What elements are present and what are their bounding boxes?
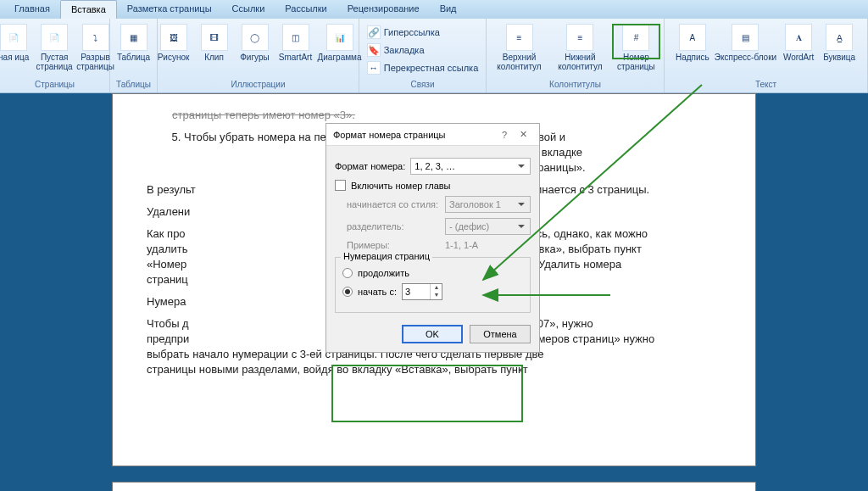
help-icon[interactable]: ? (495, 130, 514, 140)
header-icon: ≡ (506, 24, 533, 51)
cover-page-icon: 📄 (0, 24, 27, 51)
start-at-input[interactable] (403, 284, 430, 299)
dropcap-button[interactable]: A̲Буквица (821, 24, 858, 62)
footer-icon: ≡ (566, 24, 593, 51)
separator-label: разделитель: (347, 221, 440, 232)
blank-page-button[interactable]: 📄Пустая страница (36, 24, 73, 71)
tab-view[interactable]: Вид (430, 0, 467, 19)
shapes-button[interactable]: ◯Фигуры (236, 24, 274, 62)
number-format-select[interactable]: 1, 2, 3, … (410, 158, 531, 175)
continue-radio[interactable] (342, 268, 353, 278)
picture-icon: 🖼 (160, 24, 187, 51)
footer-button[interactable]: ≡Нижний колонтитул (552, 24, 609, 71)
tab-home[interactable]: Главная (4, 0, 60, 19)
group-pages: 📄ная ица 📄Пустая страница ⤵Разрыв страни… (0, 19, 110, 92)
hyperlink-button[interactable]: 🔗Гиперссылка (367, 24, 479, 41)
group-illustrations: 🖼Рисунок 🎞Клип ◯Фигуры ◫SmartArt 📊Диагра… (158, 19, 359, 92)
cover-page-button[interactable]: 📄ная ица (0, 24, 32, 62)
smartart-icon: ◫ (282, 24, 309, 51)
spin-down-icon[interactable]: ▼ (431, 292, 442, 299)
examples-label: Примеры: (347, 240, 440, 250)
include-chapter-checkbox[interactable] (335, 180, 346, 191)
tab-bar: Главная Вставка Разметка страницы Ссылки… (0, 0, 868, 19)
clip-icon: 🎞 (201, 24, 228, 51)
close-icon[interactable]: ✕ (514, 129, 532, 140)
separator-select: - (дефис) (445, 218, 531, 235)
fieldset-legend: Нумерация страниц (341, 251, 432, 261)
page-number-button[interactable]: #Номер страницы (612, 24, 660, 71)
page-number-icon: # (622, 24, 649, 51)
group-label-pages: Страницы (3, 79, 106, 91)
tab-mail[interactable]: Рассылки (275, 0, 337, 19)
chart-icon: 📊 (326, 24, 353, 51)
crossref-button[interactable]: ↔Перекрестная ссылка (367, 59, 479, 76)
page-break-button[interactable]: ⤵Разрыв страницы (76, 24, 114, 71)
hyperlink-icon: 🔗 (367, 25, 381, 39)
start-at-label: начать с: (358, 287, 397, 297)
textbox-button[interactable]: AНадпись (674, 24, 711, 62)
include-chapter-label: Включить номер главы (351, 181, 451, 191)
group-headers: ≡Верхний колонтитул ≡Нижний колонтитул #… (487, 19, 665, 92)
ribbon: 📄ная ица 📄Пустая страница ⤵Разрыв страни… (0, 19, 868, 93)
smartart-button[interactable]: ◫SmartArt (277, 24, 314, 62)
page-number-format-dialog: Формат номера страницы ? ✕ Формат номера… (326, 123, 540, 353)
quick-parts-button[interactable]: ▤Экспресс-блоки (715, 24, 776, 62)
start-style-select: Заголовок 1 (445, 196, 531, 213)
shapes-icon: ◯ (242, 24, 269, 51)
table-button[interactable]: ▦Таблица (115, 24, 153, 62)
group-label-illus: Иллюстрации (161, 79, 355, 91)
cancel-button[interactable]: Отмена (470, 325, 531, 343)
clip-button[interactable]: 🎞Клип (196, 24, 233, 62)
tab-layout[interactable]: Разметка страницы (117, 0, 222, 19)
dialog-title: Формат номера страницы (333, 130, 495, 140)
blank-page-icon: 📄 (41, 24, 68, 51)
group-label-headers: Колонтитулы (490, 79, 660, 91)
header-button[interactable]: ≡Верхний колонтитул (490, 24, 548, 71)
tab-review[interactable]: Рецензирование (337, 0, 430, 19)
start-at-spinner[interactable]: ▲▼ (402, 283, 442, 300)
start-at-radio[interactable] (342, 287, 353, 297)
ok-button[interactable]: OK (402, 325, 463, 343)
dropcap-icon: A̲ (826, 24, 853, 51)
spin-up-icon[interactable]: ▲ (431, 284, 442, 292)
chart-button[interactable]: 📊Диаграмма (318, 24, 362, 62)
wordart-icon: 𝐀 (785, 24, 812, 51)
page-break-icon: ⤵ (82, 24, 109, 51)
table-icon: ▦ (120, 24, 147, 51)
picture-button[interactable]: 🖼Рисунок (155, 24, 192, 62)
group-label-text: Текст (668, 79, 864, 91)
tab-refs[interactable]: Ссылки (222, 0, 275, 19)
bookmark-button[interactable]: 🔖Закладка (367, 42, 479, 59)
wordart-button[interactable]: 𝐀WordArt (780, 24, 817, 62)
start-style-label: начинается со стиля: (347, 199, 440, 209)
group-label-tables: Таблицы (114, 79, 153, 91)
tab-insert[interactable]: Вставка (60, 0, 117, 19)
bookmark-icon: 🔖 (367, 43, 381, 57)
group-tables: ▦Таблица Таблицы (110, 19, 158, 92)
group-text: AНадпись ▤Экспресс-блоки 𝐀WordArt A̲Букв… (665, 19, 868, 92)
format-label: Формат номера: (335, 161, 405, 171)
crossref-icon: ↔ (367, 61, 381, 75)
group-links: 🔗Гиперссылка 🔖Закладка ↔Перекрестная ссы… (359, 19, 487, 92)
page-numbering-fieldset: Нумерация страниц продолжить начать с: ▲… (335, 257, 531, 313)
textbox-icon: A (679, 24, 706, 51)
examples-value: 1-1, 1-A (445, 240, 478, 250)
continue-label: продолжить (358, 268, 409, 278)
doc-text: страницы теперь имеют номер «3». (172, 108, 721, 123)
quick-parts-icon: ▤ (732, 24, 759, 51)
page-next (112, 482, 756, 491)
group-label-links: Связи (363, 79, 482, 91)
